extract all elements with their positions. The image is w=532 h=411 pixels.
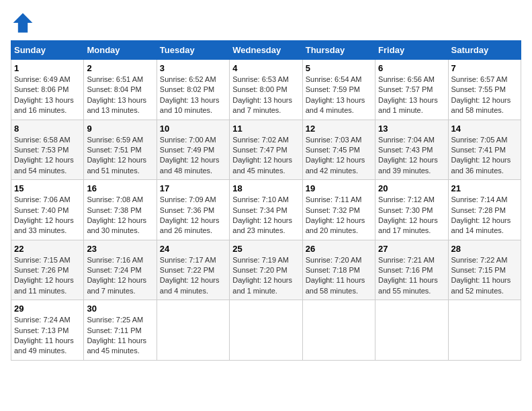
daylight-text: Daylight: 12 hours and 1 minute. [232,276,292,294]
daylight-text: Daylight: 12 hours and 39 minutes. [378,156,438,174]
sunset-text: Sunset: 7:45 PM [306,146,360,154]
daylight-text: Daylight: 13 hours and 13 minutes. [87,96,146,114]
day-number: 15 [14,183,81,193]
day-of-week-header: Sunday [11,41,84,60]
day-number: 27 [378,244,445,254]
day-of-week-header: Thursday [302,41,375,60]
calendar-day-cell [302,300,375,361]
day-info: Sunrise: 7:10 AM Sunset: 7:34 PM Dayligh… [232,195,299,236]
daylight-text: Daylight: 12 hours and 23 minutes. [232,216,292,234]
sunset-text: Sunset: 7:13 PM [14,326,69,334]
daylight-text: Daylight: 12 hours and 17 minutes. [378,216,438,234]
day-info: Sunrise: 6:49 AM Sunset: 8:06 PM Dayligh… [14,75,81,116]
sunset-text: Sunset: 7:26 PM [14,266,69,274]
day-info: Sunrise: 6:54 AM Sunset: 7:59 PM Dayligh… [306,75,372,116]
sunset-text: Sunset: 7:55 PM [451,85,506,93]
day-number: 9 [87,124,153,134]
sunrise-text: Sunrise: 6:56 AM [378,75,435,83]
calendar-day-cell: 3 Sunrise: 6:52 AM Sunset: 8:02 PM Dayli… [157,60,229,120]
day-info: Sunrise: 6:51 AM Sunset: 8:04 PM Dayligh… [87,75,153,116]
day-of-week-header: Tuesday [157,41,229,60]
calendar-day-cell: 23 Sunrise: 7:16 AM Sunset: 7:24 PM Dayl… [84,240,157,300]
daylight-text: Daylight: 12 hours and 30 minutes. [87,216,146,234]
sunrise-text: Sunrise: 7:24 AM [14,316,71,324]
day-info: Sunrise: 7:21 AM Sunset: 7:16 PM Dayligh… [378,255,445,297]
calendar-day-cell: 9 Sunrise: 6:59 AM Sunset: 7:51 PM Dayli… [84,120,157,180]
sunrise-text: Sunrise: 7:08 AM [87,195,143,203]
sunrise-text: Sunrise: 7:15 AM [14,256,71,264]
daylight-text: Daylight: 13 hours and 7 minutes. [232,96,292,114]
sunset-text: Sunset: 7:28 PM [451,206,506,214]
page-header [11,11,521,35]
day-info: Sunrise: 7:25 AM Sunset: 7:11 PM Dayligh… [87,315,153,357]
sunrise-text: Sunrise: 7:14 AM [451,195,508,203]
day-number: 7 [451,63,518,73]
sunset-text: Sunset: 7:20 PM [232,266,287,274]
daylight-text: Daylight: 13 hours and 10 minutes. [160,96,220,114]
day-number: 26 [306,244,372,254]
daylight-text: Daylight: 13 hours and 4 minutes. [306,96,365,114]
daylight-text: Daylight: 12 hours and 36 minutes. [451,156,511,174]
calendar-day-cell: 29 Sunrise: 7:24 AM Sunset: 7:13 PM Dayl… [11,300,84,361]
day-number: 23 [87,244,153,254]
daylight-text: Daylight: 13 hours and 1 minute. [378,96,438,114]
sunrise-text: Sunrise: 7:03 AM [306,136,362,144]
day-number: 19 [306,183,372,193]
calendar-day-cell: 25 Sunrise: 7:19 AM Sunset: 7:20 PM Dayl… [230,240,302,300]
calendar-day-cell: 10 Sunrise: 7:00 AM Sunset: 7:49 PM Dayl… [157,120,229,180]
day-number: 11 [232,124,299,134]
day-info: Sunrise: 7:14 AM Sunset: 7:28 PM Dayligh… [451,195,518,236]
sunset-text: Sunset: 8:02 PM [160,85,214,93]
calendar-day-cell: 14 Sunrise: 7:05 AM Sunset: 7:41 PM Dayl… [448,120,521,180]
sunset-text: Sunset: 7:36 PM [160,206,214,214]
daylight-text: Daylight: 11 hours and 49 minutes. [14,336,74,355]
calendar-day-cell: 12 Sunrise: 7:03 AM Sunset: 7:45 PM Dayl… [302,120,375,180]
daylight-text: Daylight: 12 hours and 58 minutes. [451,96,511,114]
daylight-text: Daylight: 12 hours and 45 minutes. [232,156,292,174]
daylight-text: Daylight: 13 hours and 16 minutes. [14,96,74,114]
calendar-week-row: 15 Sunrise: 7:06 AM Sunset: 7:40 PM Dayl… [11,180,521,240]
day-number: 1 [14,63,81,73]
sunrise-text: Sunrise: 7:09 AM [160,195,216,203]
day-of-week-header: Friday [375,41,448,60]
day-info: Sunrise: 6:59 AM Sunset: 7:51 PM Dayligh… [87,135,153,177]
daylight-text: Daylight: 12 hours and 14 minutes. [451,216,511,234]
day-info: Sunrise: 7:06 AM Sunset: 7:40 PM Dayligh… [14,195,81,236]
sunset-text: Sunset: 8:06 PM [14,85,69,93]
calendar-day-cell: 6 Sunrise: 6:56 AM Sunset: 7:57 PM Dayli… [375,60,448,120]
daylight-text: Daylight: 12 hours and 26 minutes. [160,216,220,234]
sunset-text: Sunset: 7:53 PM [14,146,69,154]
calendar-day-cell: 30 Sunrise: 7:25 AM Sunset: 7:11 PM Dayl… [84,300,157,361]
day-number: 10 [160,124,226,134]
day-number: 3 [160,63,226,73]
sunrise-text: Sunrise: 7:22 AM [451,256,508,264]
sunrise-text: Sunrise: 7:06 AM [14,195,71,203]
sunset-text: Sunset: 8:00 PM [232,85,287,93]
calendar-day-cell: 11 Sunrise: 7:02 AM Sunset: 7:47 PM Dayl… [230,120,302,180]
calendar-day-cell: 28 Sunrise: 7:22 AM Sunset: 7:15 PM Dayl… [448,240,521,300]
sunset-text: Sunset: 7:41 PM [451,146,506,154]
sunset-text: Sunset: 7:34 PM [232,206,287,214]
calendar-day-cell: 20 Sunrise: 7:12 AM Sunset: 7:30 PM Dayl… [375,180,448,240]
daylight-text: Daylight: 11 hours and 52 minutes. [451,276,511,294]
calendar-day-cell: 15 Sunrise: 7:06 AM Sunset: 7:40 PM Dayl… [11,180,84,240]
calendar-day-cell: 22 Sunrise: 7:15 AM Sunset: 7:26 PM Dayl… [11,240,84,300]
calendar-day-cell [230,300,302,361]
calendar-header-row: SundayMondayTuesdayWednesdayThursdayFrid… [11,41,521,60]
day-number: 30 [87,304,153,314]
calendar-day-cell: 8 Sunrise: 6:58 AM Sunset: 7:53 PM Dayli… [11,120,84,180]
logo-icon [11,11,35,35]
sunrise-text: Sunrise: 7:20 AM [306,256,362,264]
day-number: 2 [87,63,153,73]
day-number: 22 [14,244,81,254]
day-of-week-header: Saturday [448,41,521,60]
day-info: Sunrise: 6:52 AM Sunset: 8:02 PM Dayligh… [160,75,226,116]
calendar-week-row: 8 Sunrise: 6:58 AM Sunset: 7:53 PM Dayli… [11,120,521,180]
day-number: 16 [87,183,153,193]
day-info: Sunrise: 7:12 AM Sunset: 7:30 PM Dayligh… [378,195,445,236]
calendar-week-row: 29 Sunrise: 7:24 AM Sunset: 7:13 PM Dayl… [11,300,521,361]
calendar-week-row: 1 Sunrise: 6:49 AM Sunset: 8:06 PM Dayli… [11,60,521,120]
daylight-text: Daylight: 11 hours and 45 minutes. [87,336,146,355]
sunset-text: Sunset: 7:32 PM [306,206,360,214]
calendar-body: 1 Sunrise: 6:49 AM Sunset: 8:06 PM Dayli… [11,60,521,361]
